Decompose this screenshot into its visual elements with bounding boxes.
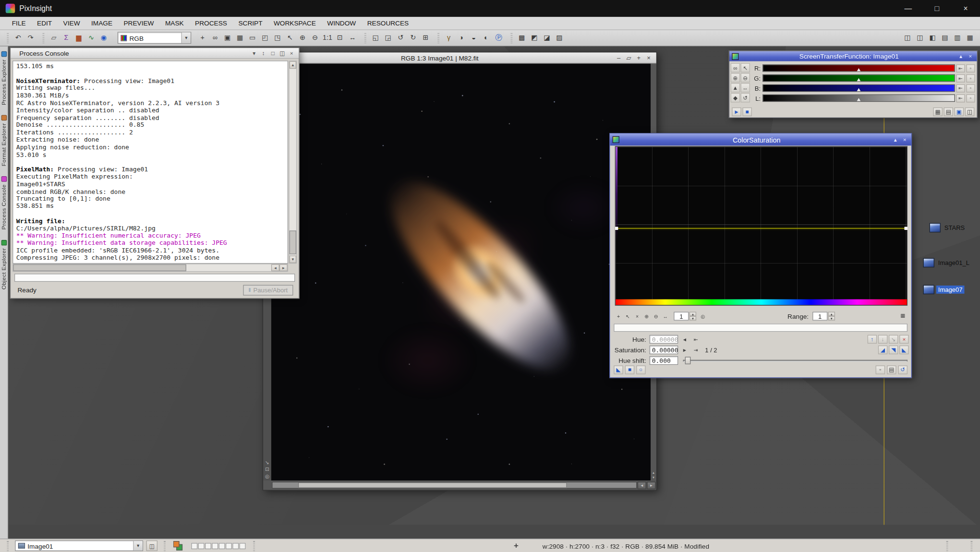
console-vscrollbar[interactable]: ▲ ▼ (289, 60, 297, 264)
duplicate-image-icon[interactable]: ▱ (48, 32, 60, 44)
scroll-down-icon[interactable]: ▼ (652, 476, 655, 480)
spin-up-icon[interactable]: ▲ (690, 312, 696, 316)
pixelmath-icon[interactable]: Σ (60, 32, 73, 44)
spin-down-icon[interactable]: ▼ (690, 316, 696, 321)
crop-icon[interactable]: ◱ (369, 32, 382, 44)
cs-prev-point-icon[interactable]: ◄ (680, 335, 690, 344)
minimize-button[interactable]: — (894, 0, 922, 17)
rotate-left-icon[interactable]: ↺ (394, 32, 407, 44)
scroll-left-icon[interactable]: ◄ (638, 481, 646, 489)
hue-shift-slider[interactable] (683, 356, 909, 365)
workspace-slot[interactable] (212, 542, 218, 549)
copy-view-id-button[interactable]: ◫ (146, 540, 157, 551)
vscroll-thumb[interactable] (290, 230, 296, 254)
workspace-slot[interactable] (240, 542, 246, 549)
console-autohide-icon[interactable]: ↕ (259, 49, 268, 58)
cs-swap-curve-icon[interactable]: ↘ (889, 335, 898, 344)
console-menu-icon[interactable]: ▾ (249, 49, 259, 58)
hscroll-track[interactable] (272, 482, 637, 489)
stf-black-point-icon[interactable]: ◆ (731, 93, 740, 103)
stf-reset-icon[interactable]: ↺ (740, 93, 750, 103)
menu-workspace[interactable]: WORKSPACE (268, 17, 321, 29)
stf-reset-channel-icon[interactable]: ▫ (966, 84, 975, 92)
hscroll-thumb[interactable] (298, 482, 568, 488)
stf-link-rgb-icon[interactable]: ∞ (731, 63, 740, 72)
stf-shade-icon[interactable]: ▴ (956, 52, 966, 60)
stf-track-view-icon[interactable]: ► (732, 107, 741, 116)
pause-abort-button[interactable]: ‖ Pause/Abort (243, 285, 293, 295)
hue-shift-slider-thumb[interactable] (685, 357, 691, 364)
cs-pan-icon[interactable]: ↔ (661, 312, 670, 321)
menu-script[interactable]: SCRIPT (233, 17, 268, 29)
stf-clip-icon[interactable]: ⇤ (956, 64, 965, 72)
monitor-1-icon[interactable]: ▤ (939, 32, 951, 44)
workspace-slot[interactable] (219, 542, 225, 549)
cs-realtime-preview-icon[interactable]: ○ (636, 365, 646, 374)
process-console-titlebar[interactable]: Process Console ▾ ↕ □ ◫ × (11, 48, 299, 59)
image-canvas-m82[interactable] (271, 64, 651, 480)
monitor-2-icon[interactable]: ▥ (951, 32, 964, 44)
hscroll-thumb[interactable] (13, 264, 186, 271)
explorer-panels-icon[interactable]: ◧ (926, 32, 939, 44)
stf-close-icon[interactable]: × (966, 52, 975, 60)
tile-windows-icon[interactable]: ▦ (234, 32, 246, 44)
cs-delete-point-icon[interactable]: × (632, 312, 642, 321)
scroll-up-icon[interactable]: ▲ (290, 61, 296, 69)
real-time-preview-icon[interactable]: ◉ (97, 32, 110, 44)
sidebar-tab-process-explorer[interactable]: Process Explorer (0, 51, 7, 105)
workspace-slot[interactable] (232, 542, 239, 549)
statusbar-drag-handle[interactable] (7, 541, 9, 551)
dropdown-arrow-icon[interactable]: ▾ (181, 33, 191, 43)
cascade-windows-icon[interactable]: ▣ (221, 32, 234, 44)
icc-profile-icon[interactable]: ◒ (468, 32, 480, 44)
shade-icon[interactable]: ▱ (624, 53, 634, 63)
workspace-1-icon[interactable]: ◫ (901, 32, 914, 44)
menu-mask[interactable]: MASK (159, 17, 189, 29)
menu-image[interactable]: IMAGE (85, 17, 118, 29)
iconized-window-image01-l[interactable]: Image01_L (923, 256, 980, 269)
range-value[interactable]: 1 (812, 312, 827, 321)
cs-store-curve-icon[interactable]: ↑ (868, 335, 877, 344)
cs-browse-docs-icon[interactable]: ▤ (887, 365, 896, 374)
pointer-icon[interactable]: ↖ (284, 32, 296, 44)
console-output[interactable]: 153.105 ms NoiseXTerminator: Processing … (12, 60, 288, 264)
curves-transformation-icon[interactable]: ∿ (85, 32, 97, 44)
scroll-right-icon[interactable]: ► (647, 481, 655, 489)
curve-point[interactable] (615, 227, 618, 230)
cs-close-icon[interactable]: × (900, 135, 909, 144)
zoom-window-icon[interactable]: + (634, 53, 644, 63)
curve-zoom-value[interactable]: 1 (674, 312, 689, 321)
foreground-color-swatch[interactable] (173, 541, 180, 547)
mask-new-icon[interactable]: ▩ (516, 32, 528, 44)
stf-readout-icon[interactable]: ▦ (933, 107, 943, 116)
cs-next-point-icon[interactable]: ► (680, 346, 690, 354)
stf-zoom-in-icon[interactable]: ⊕ (731, 73, 740, 83)
cs-reset-icon[interactable]: ↺ (898, 365, 907, 374)
cs-last-point-icon[interactable]: ⇥ (691, 346, 701, 354)
histogram-transformation-icon[interactable]: ▆ (73, 32, 85, 44)
console-maximize-icon[interactable]: □ (268, 49, 278, 58)
cs-restore-curve-icon[interactable]: ↓ (878, 335, 888, 344)
close-window-icon[interactable]: × (644, 53, 654, 63)
current-view-select[interactable]: Image01 ▾ (15, 540, 143, 551)
color-saturation-titlebar[interactable]: ColorSaturation ▴ × (610, 134, 911, 146)
scroll-right-icon[interactable]: ► (279, 264, 288, 271)
spin-up-icon[interactable]: ▲ (828, 312, 835, 316)
scroll-left-icon[interactable]: ◄ (271, 264, 279, 271)
saturation-input[interactable]: 0.00000 (649, 346, 678, 354)
mask-enable-icon[interactable]: ▨ (553, 32, 566, 44)
spin-down-icon[interactable]: ▼ (828, 316, 835, 321)
mask-invert-icon[interactable]: ◩ (528, 32, 541, 44)
pan-view-icon[interactable]: ↔ (346, 32, 359, 44)
gamma-icon[interactable]: γ (443, 32, 455, 44)
workspace-slot[interactable] (226, 542, 232, 549)
menu-window[interactable]: WINDOW (322, 17, 362, 29)
console-hscrollbar[interactable]: ◄ ► (12, 264, 288, 272)
cs-add-point-icon[interactable]: + (614, 312, 623, 321)
menu-resources[interactable]: RESOURCES (362, 17, 414, 29)
foreground-background-swatches[interactable] (173, 541, 183, 551)
cs-interpolation-cubic-icon[interactable]: ◥ (889, 346, 898, 354)
readout-mode-icon[interactable]: ◎ (265, 474, 269, 479)
stf-clip-icon[interactable]: ⇤ (956, 94, 965, 102)
workspace-slot[interactable] (205, 542, 211, 549)
